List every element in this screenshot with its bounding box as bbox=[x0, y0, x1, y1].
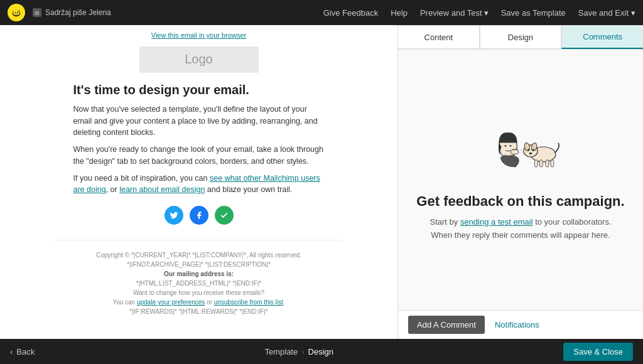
back-arrow-icon: ‹ bbox=[10, 347, 13, 356]
nav-breadcrumb-label: Sadržaj piše Jelena bbox=[45, 8, 111, 17]
preview-test-btn[interactable]: Preview and Test ▾ bbox=[420, 8, 489, 18]
email-heading: It's time to design your email. bbox=[73, 83, 325, 97]
svg-point-4 bbox=[18, 10, 20, 13]
breadcrumb-current: Design bbox=[308, 347, 333, 356]
right-tabs: Content Design Comments bbox=[398, 25, 643, 50]
svg-point-6 bbox=[504, 145, 506, 146]
save-exit-btn[interactable]: Save and Exit ▾ bbox=[578, 8, 635, 18]
footer-change-email: Want to change how you receive these ema… bbox=[73, 288, 325, 307]
notifications-link[interactable]: Notifications bbox=[495, 320, 539, 329]
feedback-heading: Get feedback on this campaign. bbox=[416, 193, 624, 210]
chevron-down-icon: ▾ bbox=[484, 8, 489, 18]
give-feedback-link[interactable]: Give Feedback bbox=[323, 8, 378, 18]
email-preview-panel: View this email in your browser Logo It'… bbox=[0, 25, 398, 339]
twitter-icon[interactable] bbox=[165, 206, 183, 225]
feedback-illustration bbox=[470, 118, 571, 181]
svg-point-13 bbox=[527, 149, 529, 151]
svg-point-14 bbox=[532, 149, 534, 151]
right-panel: Content Design Comments bbox=[398, 25, 643, 339]
top-navigation: ▤ Sadržaj piše Jelena Give Feedback Help… bbox=[0, 0, 643, 25]
feedback-content: Get feedback on this campaign. Start by … bbox=[398, 50, 643, 310]
save-close-button[interactable]: Save & Close bbox=[563, 343, 633, 361]
tab-comments[interactable]: Comments bbox=[561, 25, 643, 49]
email-content: It's time to design your email. Now that… bbox=[55, 83, 343, 235]
svg-point-3 bbox=[17, 12, 18, 13]
comments-bottom-bar: Add A Comment Notifications bbox=[398, 310, 643, 339]
view-browser-link[interactable]: View this email in your browser bbox=[151, 31, 246, 39]
help-link[interactable]: Help bbox=[391, 8, 408, 18]
save-template-btn[interactable]: Save as Template bbox=[501, 8, 566, 18]
tab-design[interactable]: Design bbox=[480, 25, 562, 49]
svg-rect-17 bbox=[539, 160, 543, 167]
svg-rect-16 bbox=[534, 160, 538, 167]
breadcrumb-separator: › bbox=[301, 347, 304, 356]
tab-content[interactable]: Content bbox=[398, 25, 480, 49]
bottom-breadcrumb: Template › Design bbox=[35, 347, 563, 356]
email-design-link[interactable]: learn about email design bbox=[119, 185, 205, 194]
send-test-email-link[interactable]: sending a test email bbox=[460, 217, 533, 227]
add-comment-button[interactable]: Add A Comment bbox=[408, 316, 485, 334]
svg-point-15 bbox=[529, 153, 532, 154]
svg-point-2 bbox=[14, 12, 16, 13]
svg-rect-19 bbox=[551, 160, 554, 167]
main-area: View this email in your browser Logo It'… bbox=[0, 25, 643, 339]
feedback-body: Start by sending a test email to your co… bbox=[430, 216, 611, 242]
facebook-icon[interactable] bbox=[190, 206, 208, 225]
back-button[interactable]: ‹ Back bbox=[10, 347, 35, 356]
check-icon[interactable] bbox=[215, 206, 234, 225]
svg-point-7 bbox=[509, 145, 511, 146]
mailchimp-logo bbox=[8, 4, 25, 21]
email-footer: Copyright © *|CURRENT_YEAR|* *|LIST:COMP… bbox=[55, 240, 343, 326]
nav-breadcrumb: ▤ Sadržaj piše Jelena bbox=[33, 8, 111, 17]
chevron-down-icon: ▾ bbox=[631, 8, 635, 18]
email-para1: Now that you've selected a template, you… bbox=[73, 104, 325, 139]
social-icons bbox=[73, 206, 325, 225]
email-para3: If you need a bit of inspiration, you ca… bbox=[73, 173, 325, 196]
bottom-bar: ‹ Back Template › Design Save & Close bbox=[0, 339, 643, 364]
update-preferences-link[interactable]: update your preferences bbox=[137, 299, 205, 306]
logo-placeholder: Logo bbox=[139, 46, 259, 73]
doc-icon: ▤ bbox=[33, 8, 41, 17]
email-para2: When you're ready to change the look of … bbox=[73, 144, 325, 168]
svg-rect-18 bbox=[546, 160, 549, 167]
nav-actions: Give Feedback Help Preview and Test ▾ Sa… bbox=[323, 8, 635, 18]
unsubscribe-link[interactable]: unsubscribe from this list bbox=[214, 299, 283, 306]
